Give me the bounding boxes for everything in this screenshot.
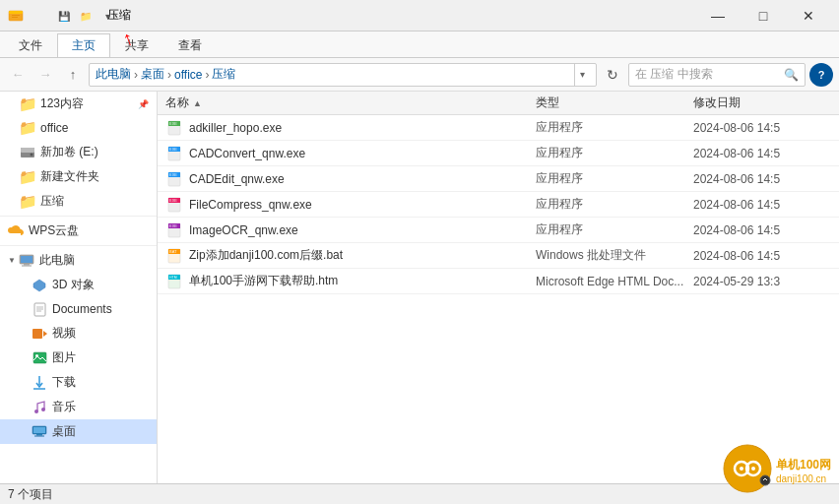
file-row[interactable]: EXE FileCompress_qnw.exe 应用程序 2024-08-06… (158, 192, 839, 218)
tab-home[interactable]: 主页 (57, 33, 110, 57)
svg-text:EXE: EXE (169, 198, 177, 203)
svg-point-50 (740, 467, 743, 471)
pin-icon: 📌 (138, 99, 149, 109)
sidebar-item-new-folder[interactable]: 📁 新建文件夹 (0, 164, 157, 189)
sidebar-item-download[interactable]: 下载 (0, 370, 157, 395)
svg-rect-25 (34, 436, 44, 437)
status-bar: 7 个项目 (0, 483, 839, 504)
file-row[interactable]: BAT Zip添加danji100.com后缀.bat Windows 批处理文… (158, 243, 839, 269)
maximize-btn[interactable]: □ (741, 0, 786, 32)
tab-share[interactable]: 共享 (110, 33, 163, 57)
music-icon (32, 400, 47, 415)
sidebar-this-pc[interactable]: ▼ 此电脑 (0, 248, 157, 273)
file-type: 应用程序 (536, 119, 693, 136)
breadcrumb-office[interactable]: office (174, 68, 202, 82)
col-date-header[interactable]: 修改日期 (693, 94, 831, 111)
svg-text:EXE: EXE (169, 147, 177, 152)
sidebar-label: 图片 (52, 349, 76, 366)
svg-rect-5 (21, 148, 34, 153)
sidebar-item-documents[interactable]: Documents (0, 297, 157, 321)
col-name-header[interactable]: 名称 ▲ (165, 94, 536, 111)
breadcrumb-dropdown[interactable]: ▾ (574, 63, 590, 87)
sidebar-item-video[interactable]: 视频 (0, 321, 157, 346)
tab-file[interactable]: 文件 (4, 33, 57, 57)
svg-text:EXE: EXE (169, 172, 177, 177)
svg-marker-16 (43, 331, 47, 337)
col-type-header[interactable]: 类型 (536, 94, 693, 111)
sidebar-label: 123内容 (40, 95, 84, 112)
quick-save-btn[interactable]: 💾 (54, 6, 74, 26)
file-list: 名称 ▲ 类型 修改日期 EXE adkiller_hopo.exe 应用程序 … (158, 92, 839, 483)
sidebar-item-images[interactable]: 图片 (0, 346, 157, 370)
svg-rect-24 (36, 434, 42, 436)
file-date: 2024-08-06 14:5 (693, 198, 831, 212)
sidebar-label: 压缩 (40, 193, 64, 210)
forward-btn[interactable]: → (33, 63, 57, 87)
svg-point-52 (760, 475, 770, 485)
file-name: 单机100手游网下载帮助.htm (189, 273, 536, 289)
close-btn[interactable]: ✕ (786, 0, 831, 32)
title-bar: 💾 📁 ▾ 压缩 — □ ✕ ↑ (0, 0, 839, 32)
sidebar-wps-cloud[interactable]: WPS云盘 (0, 219, 157, 243)
file-name: ImageOCR_qnw.exe (189, 223, 536, 237)
sidebar-label: 3D 对象 (52, 277, 95, 293)
divider (0, 245, 157, 246)
breadcrumb-thispc[interactable]: 此电脑 (96, 66, 131, 83)
file-date: 2024-05-29 13:3 (693, 275, 831, 288)
docs-icon (32, 301, 47, 317)
sidebar-label: 视频 (52, 325, 76, 342)
file-row[interactable]: HTM 单机100手游网下载帮助.htm Microsoft Edge HTML… (158, 269, 839, 294)
breadcrumb[interactable]: 此电脑 › 桌面 › office › 压缩 ▾ (89, 63, 597, 87)
svg-point-51 (751, 467, 755, 471)
refresh-btn[interactable]: ↻ (601, 63, 624, 87)
file-list-header: 名称 ▲ 类型 修改日期 (158, 92, 839, 115)
item-count: 7 个项目 (8, 486, 53, 503)
watermark: 单机100网 danji100.cn (723, 444, 831, 496)
address-bar: ← → ↑ 此电脑 › 桌面 › office › 压缩 ▾ ↻ 在 压缩 中搜… (0, 58, 839, 92)
sidebar-item-music[interactable]: 音乐 (0, 395, 157, 419)
name-label: 名称 (165, 94, 189, 111)
file-row[interactable]: EXE adkiller_hopo.exe 应用程序 2024-08-06 14… (158, 115, 839, 141)
video-icon (32, 326, 47, 342)
sidebar-item-123[interactable]: 📁 123内容 📌 (0, 92, 157, 116)
file-icon-exe: EXE (165, 119, 183, 137)
breadcrumb-compress[interactable]: 压缩 (212, 66, 235, 83)
expand-icon: ▼ (8, 256, 16, 265)
search-bar[interactable]: 在 压缩 中搜索 🔍 (628, 63, 806, 87)
folder-icon: 📁 (20, 96, 35, 112)
svg-point-6 (31, 153, 33, 156)
quick-folder-btn[interactable]: 📁 (76, 6, 96, 26)
sidebar-label: 音乐 (52, 399, 76, 415)
svg-rect-1 (9, 11, 23, 14)
svg-rect-2 (12, 15, 20, 16)
file-type: 应用程序 (536, 196, 693, 213)
svg-text:EXE: EXE (169, 223, 177, 228)
ribbon: 文件 主页 共享 查看 (0, 32, 839, 58)
svg-text:HTM: HTM (169, 276, 177, 280)
file-row[interactable]: EXE ImageOCR_qnw.exe 应用程序 2024-08-06 14:… (158, 218, 839, 243)
sidebar-item-compress[interactable]: 📁 压缩 (0, 189, 157, 214)
breadcrumb-desktop[interactable]: 桌面 (141, 66, 164, 83)
sidebar-label: 新加卷 (E:) (40, 144, 98, 160)
file-date: 2024-08-06 14:5 (693, 147, 831, 160)
help-btn[interactable]: ? (809, 63, 833, 87)
sidebar-item-drive-e[interactable]: 新加卷 (E:) (0, 140, 157, 164)
tab-view[interactable]: 查看 (163, 33, 217, 57)
file-row[interactable]: EXE CADConvert_qnw.exe 应用程序 2024-08-06 1… (158, 141, 839, 166)
sidebar-item-office[interactable]: 📁 office (0, 116, 157, 140)
sidebar-item-3d[interactable]: 3D 对象 (0, 273, 157, 297)
svg-rect-9 (24, 264, 30, 266)
file-name: adkiller_hopo.exe (189, 121, 536, 135)
sidebar: 📁 123内容 📌 📁 office 新加卷 (E:) 📁 新建文件夹 📁 (0, 92, 158, 483)
back-btn[interactable]: ← (6, 63, 30, 87)
minimize-btn[interactable]: — (695, 0, 741, 32)
file-row[interactable]: EXE CADEdit_qnw.exe 应用程序 2024-08-06 14:5 (158, 166, 839, 192)
up-btn[interactable]: ↑ (61, 63, 85, 87)
file-type: Windows 批处理文件 (536, 247, 693, 264)
quick-dropdown-btn[interactable]: ▾ (97, 6, 117, 26)
watermark-url: danji100.cn (776, 473, 831, 484)
folder-icon: 📁 (20, 194, 35, 210)
sidebar-item-desktop[interactable]: 桌面 (0, 419, 157, 444)
svg-rect-10 (22, 265, 32, 266)
file-type: 应用程序 (536, 145, 693, 161)
